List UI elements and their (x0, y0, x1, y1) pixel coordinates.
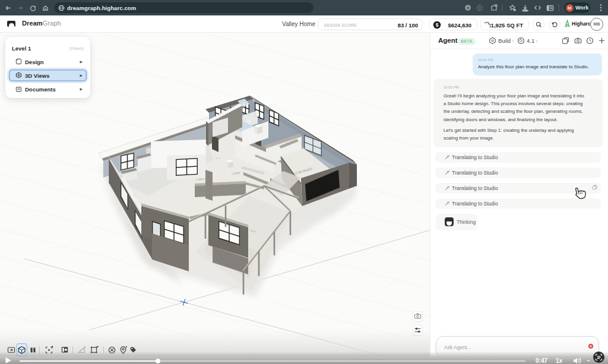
svg-text:$: $ (436, 22, 439, 28)
svg-text:ˉvˉˉтˉ: ˉvˉˉтˉ (215, 157, 221, 160)
svg-text:LˉRREˉR: LˉRREˉR (196, 178, 207, 181)
